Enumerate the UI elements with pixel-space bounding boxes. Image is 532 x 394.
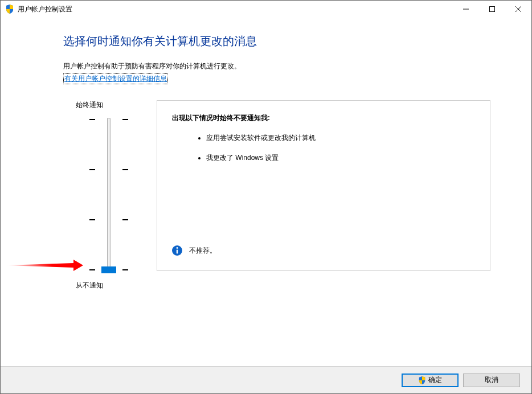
- tick-mark: [122, 119, 128, 120]
- cancel-button[interactable]: 取消: [463, 374, 520, 387]
- svg-rect-5: [177, 250, 178, 254]
- info-panel: 出现以下情况时始终不要通知我: 应用尝试安装软件或更改我的计算机 我更改了 Wi…: [157, 100, 490, 271]
- shield-icon: [5, 5, 14, 14]
- recommendation-text: 不推荐。: [189, 246, 216, 256]
- info-panel-title: 出现以下情况时始终不要通知我:: [172, 113, 475, 123]
- info-list-item: 我更改了 Windows 设置: [206, 153, 475, 163]
- tick-mark: [89, 219, 95, 220]
- slider-thumb[interactable]: [101, 266, 116, 273]
- uac-settings-window: 用户帐户控制设置 选择何时通知你有关计算机更改的消息 用户帐户控制有助于预防有害…: [0, 0, 532, 394]
- recommendation-row: 不推荐。: [172, 245, 216, 256]
- tick-mark: [122, 269, 128, 270]
- tick-mark: [89, 169, 95, 170]
- arrow-annotation: [6, 260, 83, 271]
- ok-button-label: 确定: [428, 375, 442, 385]
- window-title: 用户帐户控制设置: [18, 5, 453, 14]
- window-controls: [453, 1, 531, 18]
- tick-mark: [122, 169, 128, 170]
- maximize-button[interactable]: [479, 1, 505, 18]
- content-area: 选择何时通知你有关计算机更改的消息 用户帐户控制有助于预防有害程序对你的计算机进…: [1, 18, 531, 290]
- slider-track[interactable]: [63, 118, 154, 272]
- slider-label-always: 始终通知: [76, 100, 154, 110]
- svg-marker-7: [6, 260, 83, 271]
- svg-rect-1: [490, 7, 495, 12]
- shield-icon: [418, 376, 426, 384]
- titlebar: 用户帐户控制设置: [1, 1, 531, 18]
- more-info-link[interactable]: 有关用户帐户控制设置的详细信息: [63, 73, 168, 84]
- slider-label-never: 从不通知: [76, 281, 154, 290]
- tick-mark: [122, 219, 128, 220]
- page-heading: 选择何时通知你有关计算机更改的消息: [63, 34, 490, 49]
- minimize-button[interactable]: [453, 1, 479, 18]
- close-button[interactable]: [505, 1, 531, 18]
- ok-button[interactable]: 确定: [402, 374, 459, 387]
- info-icon: [172, 245, 182, 256]
- dialog-footer: 确定 取消: [1, 366, 531, 393]
- svg-point-6: [177, 247, 178, 249]
- description-text: 用户帐户控制有助于预防有害程序对你的计算机进行更改。: [63, 61, 490, 71]
- cancel-button-label: 取消: [485, 375, 498, 385]
- slider-area: 始终通知: [63, 100, 490, 290]
- info-list-item: 应用尝试安装软件或更改我的计算机: [206, 133, 475, 143]
- tick-mark: [89, 269, 95, 270]
- info-list: 应用尝试安装软件或更改我的计算机 我更改了 Windows 设置: [172, 133, 475, 163]
- tick-mark: [89, 119, 95, 120]
